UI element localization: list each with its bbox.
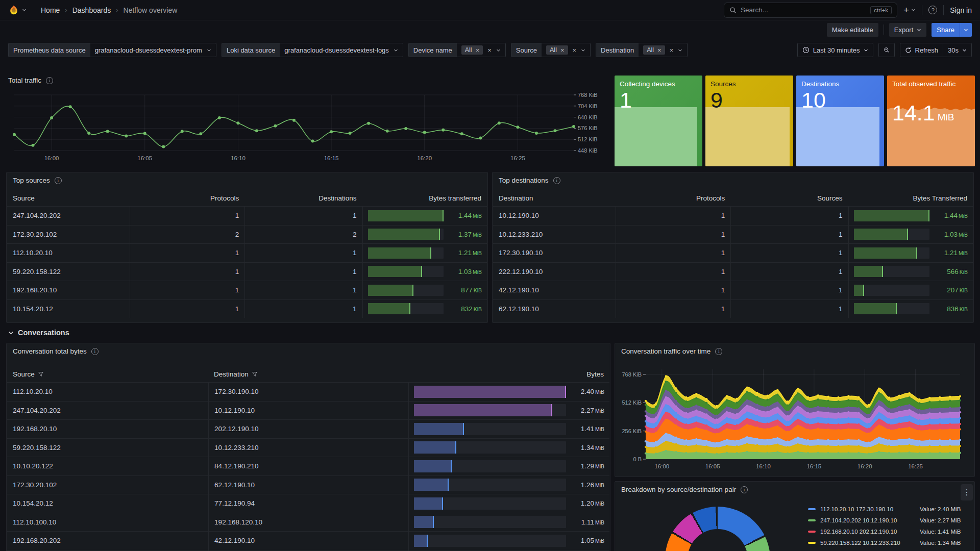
refresh-button[interactable]: Refresh [900,43,944,57]
filter-icon[interactable] [252,371,258,377]
info-icon[interactable] [553,177,560,184]
column-header[interactable]: Bytes [408,370,609,378]
remove-chip-icon[interactable]: × [476,47,480,54]
column-header[interactable]: Source [7,370,208,378]
cell-value: 1 [730,300,848,318]
legend-pair-label: 59.220.158.122 10.12.233.210 [820,540,915,546]
legend-item[interactable]: 247.104.20.202 10.12.190.10Value: 2.27 M… [808,516,961,524]
stat-value-number: 9 [710,89,723,111]
time-controls: Last 30 minutes Refresh 30s [797,43,972,57]
conversations-section-toggle[interactable]: Conversations [8,329,69,337]
legend-item[interactable]: 112.10.20.10 172.30.190.10Value: 2.40 Mi… [808,505,961,513]
breadcrumb-dashboards[interactable]: Dashboards [72,6,111,14]
export-button[interactable]: Export [889,23,927,37]
make-editable-button[interactable]: Make editable [827,23,878,37]
filter-prometheus-data-source[interactable]: Prometheus data sourcegrafanacloud-dsues… [8,43,216,57]
refresh-interval-select[interactable]: 30s [943,43,971,57]
filter-icon[interactable] [38,371,44,377]
clear-filter-icon[interactable]: × [487,47,492,54]
filter-destination[interactable]: DestinationAll×× [596,43,688,57]
bytes-gauge-cell: 566KiB [848,263,973,281]
filter-value[interactable]: All×× [639,43,687,57]
gauge-bar [414,497,443,510]
svg-text:16:20: 16:20 [857,463,872,469]
table-row: 10.12.190.10111.44MiB [493,206,973,225]
cell-value: 42.12.190.10 [493,281,616,299]
column-header[interactable]: Bytes transferred [362,194,487,202]
legend-pair-label: 192.168.20.10 202.12.190.10 [820,529,915,535]
clear-filter-icon[interactable]: × [670,47,674,54]
column-header-label: Source [13,370,35,378]
column-header[interactable]: Source [7,194,130,202]
column-header[interactable]: Bytes Transferred [848,194,973,202]
info-icon[interactable] [55,177,62,184]
panel-title[interactable]: Total traffic [8,77,41,84]
column-header[interactable]: Protocols [616,194,731,202]
panel-title[interactable]: Top sources [13,177,50,184]
filter-value[interactable]: All×× [457,43,505,57]
breadcrumb-home[interactable]: Home [41,6,60,14]
cell-value: 10.154.20.12 [7,300,130,318]
legend-item[interactable]: 59.220.158.122 10.12.233.210Value: 1.34 … [808,539,961,546]
panel-title[interactable]: Breakdown by source/destination pair [621,486,736,493]
panel-title[interactable]: Conversation traffic over time [621,347,710,355]
info-icon[interactable] [46,77,53,84]
bytes-value: 1.37MiB [448,231,482,238]
filter-chip[interactable]: All× [461,45,483,55]
time-range-picker[interactable]: Last 30 minutes [797,43,873,57]
chevron-down-icon [917,28,921,32]
filter-value[interactable]: grafanacloud-dsuessdevextest-prom [90,43,216,57]
column-header[interactable]: Destination [208,370,408,378]
info-icon[interactable] [91,348,99,355]
top-destinations-panel: Top destinations DestinationProtocolsSou… [492,172,974,323]
gauge-endline [448,479,449,491]
gauge-endline [463,423,464,435]
column-header[interactable]: Destinations [244,194,362,202]
filter-device-name[interactable]: Device nameAll×× [408,43,506,57]
table-row: 59.220.158.122111.03MiB [7,262,487,281]
remove-chip-icon[interactable]: × [657,47,662,54]
column-header[interactable]: Sources [730,194,848,202]
conversation-traffic-chart: 768 KiB512 KiB256 KiB0 B16:0016:0516:101… [615,357,974,475]
table-row: 192.168.20.20242.12.190.101.05MiB [7,531,609,550]
bytes-gauge-cell: 1.11MiB [408,513,609,532]
gauge-bar [854,266,884,277]
share-menu-button[interactable] [960,23,972,37]
gauge-track [368,229,444,240]
clock-icon [802,46,810,54]
search-box[interactable]: ctrl+k [724,3,897,18]
table-row: 172.30.190.10111.21MiB [493,243,973,262]
cell-value: 192.168.20.10 [7,281,130,299]
gauge-endline [433,516,434,528]
total-traffic-panel: Total traffic 768 KiB704 KiB640 KiB576 K… [6,76,610,166]
filter-value[interactable]: grafanacloud-dsuessdevextest-logs [280,43,403,57]
help-icon[interactable]: ? [928,6,937,14]
refresh-icon [905,47,912,54]
conversation-traffic-panel: Conversation traffic over time 768 KiB51… [615,343,975,477]
filter-loki-data-source[interactable]: Loki data sourcegrafanacloud-dsuessdevex… [222,43,403,57]
column-header[interactable]: Destination [493,194,616,202]
filter-chip[interactable]: All× [546,45,568,55]
gauge-endline [443,210,444,221]
filter-value[interactable]: All×× [542,43,590,57]
clear-filter-icon[interactable]: × [573,47,577,54]
legend-item[interactable]: 192.168.20.10 202.12.190.10Value: 1.41 M… [808,528,961,535]
info-icon[interactable] [715,348,722,355]
zoom-out-button[interactable] [878,43,895,57]
add-button[interactable]: + [903,5,916,15]
remove-chip-icon[interactable]: × [560,47,565,54]
svg-text:768 KiB: 768 KiB [622,371,642,378]
info-icon[interactable] [741,486,748,493]
filter-chip[interactable]: All× [643,45,665,55]
panel-title[interactable]: Conversation total bytes [13,347,87,355]
grafana-logo-icon[interactable] [8,5,27,16]
share-button[interactable]: Share [932,23,960,37]
filter-source[interactable]: SourceAll×× [511,43,591,57]
sign-in-button[interactable]: Sign in [950,6,972,14]
table-header: SourceDestinationBytes [7,366,609,382]
search-input[interactable] [741,6,866,14]
panel-title[interactable]: Top destinations [499,177,549,184]
bytes-value: 1.03MiB [448,268,482,276]
panel-menu-icon[interactable]: ⋮ [961,484,973,500]
column-header[interactable]: Protocols [130,194,245,202]
